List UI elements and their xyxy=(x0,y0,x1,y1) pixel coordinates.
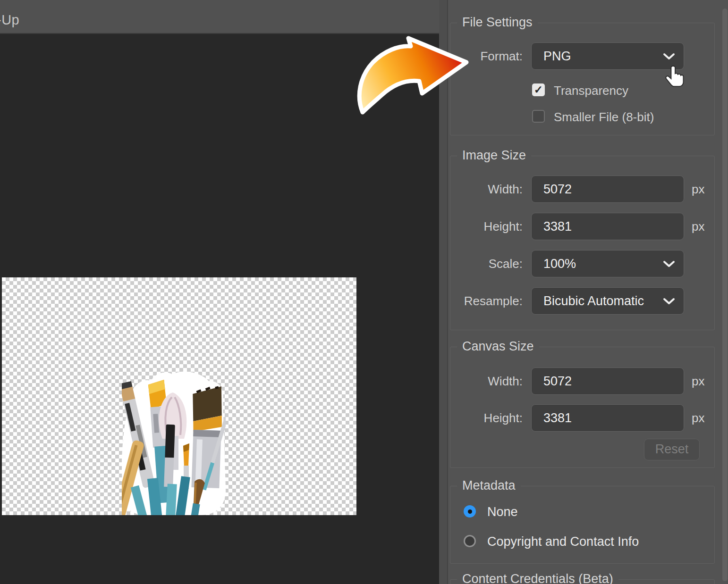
metadata-copyright-label: Copyright and Contact Info xyxy=(487,534,639,549)
tab-2up[interactable]: -Up xyxy=(0,12,19,28)
canvas-height-input[interactable] xyxy=(531,404,684,432)
image-size-title: Image Size xyxy=(457,148,531,163)
resample-value: Bicubic Automatic xyxy=(543,294,644,308)
chevron-down-icon xyxy=(663,52,675,61)
content-credentials-group: Content Credentials (Beta) xyxy=(450,579,715,584)
smaller-file-checkbox[interactable] xyxy=(532,110,545,123)
radio-dot xyxy=(468,509,472,514)
metadata-none-label: None xyxy=(487,505,518,519)
reset-button[interactable]: Reset xyxy=(644,439,700,460)
transparency-label: Transparency xyxy=(554,83,628,98)
chevron-down-icon xyxy=(663,297,675,306)
format-dropdown[interactable]: PNG xyxy=(531,42,684,70)
metadata-copyright-radio[interactable] xyxy=(464,535,476,547)
resample-dropdown[interactable]: Bicubic Automatic xyxy=(531,287,684,315)
metadata-none-radio[interactable] xyxy=(464,505,476,517)
resample-label: Resample: xyxy=(448,294,523,309)
scale-dropdown[interactable]: 100% xyxy=(531,250,684,277)
content-credentials-title: Content Credentials (Beta) xyxy=(457,572,618,584)
image-height-unit: px xyxy=(692,219,704,234)
canvas-width-label: Width: xyxy=(448,374,523,389)
image-width-unit: px xyxy=(692,182,704,197)
hand-pointer-cursor xyxy=(665,65,686,89)
curved-orange-arrow xyxy=(353,36,474,125)
canvas-width-input[interactable] xyxy=(531,367,684,395)
smaller-file-label: Smaller File (8-bit) xyxy=(554,110,654,125)
canvas-height-unit: px xyxy=(692,411,704,425)
image-width-input[interactable] xyxy=(531,175,684,203)
chevron-down-icon xyxy=(663,260,675,268)
transparency-checkbox[interactable]: ✓ xyxy=(532,83,545,96)
panel-scrollbar[interactable] xyxy=(722,8,728,581)
metadata-group: Metadata xyxy=(450,486,715,564)
image-height-input[interactable] xyxy=(531,213,684,240)
scale-value: 100% xyxy=(543,257,576,271)
transparency-checkerboard-artboard[interactable] xyxy=(2,277,356,515)
image-height-label: Height: xyxy=(448,219,523,234)
check-icon: ✓ xyxy=(534,83,543,96)
file-settings-title: File Settings xyxy=(457,15,538,30)
canvas-width-unit: px xyxy=(692,374,704,389)
image-width-label: Width: xyxy=(448,182,523,197)
paint-brushes-image xyxy=(122,369,226,515)
metadata-title: Metadata xyxy=(457,478,521,493)
format-value: PNG xyxy=(543,49,571,63)
preview-tab-bar: -Up xyxy=(0,0,448,34)
canvas-size-title: Canvas Size xyxy=(457,339,539,354)
canvas-height-label: Height: xyxy=(448,411,523,425)
scale-label: Scale: xyxy=(448,257,523,271)
